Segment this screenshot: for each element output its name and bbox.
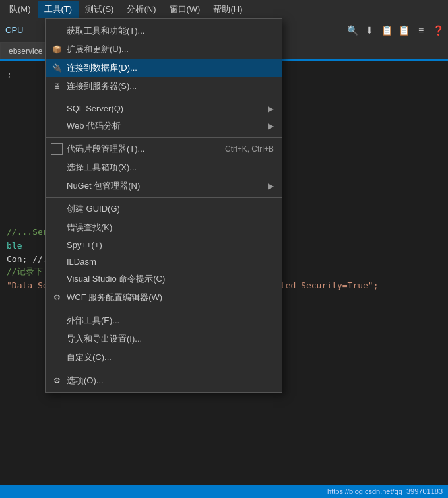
separator-5 xyxy=(46,369,282,369)
tools-dropdown-menu: 获取工具和功能(T)... 📦 扩展和更新(U)... 🔌 连接到数据库(D).… xyxy=(45,18,282,393)
menu-item-external-tools[interactable]: 外部工具(E)... xyxy=(46,311,282,330)
menu-item-extend-update[interactable]: 📦 扩展和更新(U)... xyxy=(46,40,282,59)
menu-item-nuget[interactable]: NuGet 包管理器(N) ▶ xyxy=(46,177,282,195)
separator-3 xyxy=(46,197,282,198)
menu-item-create-guid[interactable]: 创建 GUID(G) xyxy=(46,200,282,218)
web-code-arrow-icon: ▶ xyxy=(268,121,274,131)
menu-label-connect-server: 连接到服务器(S)... xyxy=(67,80,137,92)
menu-item-vs-cmd[interactable]: Visual Studio 命令提示(C) xyxy=(46,270,282,288)
menu-label-connect-db: 连接到数据库(D)... xyxy=(67,62,137,74)
menu-item-error-find[interactable]: 错误查找(K) xyxy=(46,218,282,237)
menu-item-wcf[interactable]: ⚙ WCF 服务配置编辑器(W) xyxy=(46,288,282,307)
separator-2 xyxy=(46,137,282,138)
menu-label-extend: 扩展和更新(U)... xyxy=(67,44,129,55)
menu-label-snippets: 代码片段管理器(T)... xyxy=(67,143,144,155)
menu-item-toolbox[interactable]: 选择工具箱项(X)... xyxy=(46,158,282,177)
shortcut-snippets: Ctrl+K, Ctrl+B xyxy=(225,144,274,154)
menu-item-import-export[interactable]: 导入和导出设置(I)... xyxy=(46,330,282,348)
menu-label-options: 选项(O)... xyxy=(67,375,104,387)
separator-4 xyxy=(46,309,282,309)
separator-1 xyxy=(46,98,282,98)
menu-label-toolbox: 选择工具箱项(X)... xyxy=(67,162,137,173)
menu-item-code-snippets[interactable]: 代码片段管理器(T)... Ctrl+K, Ctrl+B xyxy=(46,140,282,158)
menu-item-options[interactable]: ⚙ 选项(O)... xyxy=(46,371,282,390)
dropdown-overlay: 获取工具和功能(T)... 📦 扩展和更新(U)... 🔌 连接到数据库(D).… xyxy=(0,0,448,498)
options-icon: ⚙ xyxy=(51,375,63,387)
menu-item-connect-db[interactable]: 🔌 连接到数据库(D)... xyxy=(46,59,282,77)
menu-item-web-code[interactable]: Web 代码分析 ▶ xyxy=(46,117,282,135)
extend-icon: 📦 xyxy=(51,44,63,55)
menu-label-web-code: Web 代码分析 xyxy=(67,120,121,132)
nuget-arrow-icon: ▶ xyxy=(268,181,274,191)
menu-item-connect-server[interactable]: 🖥 连接到服务器(S)... xyxy=(46,77,282,96)
checkbox-icon xyxy=(51,143,63,155)
menu-label-nuget: NuGet 包管理器(N) xyxy=(67,180,140,192)
menu-label-error: 错误查找(K) xyxy=(67,222,112,233)
menu-label-get-tools: 获取工具和功能(T)... xyxy=(67,25,144,37)
menu-label-sql: SQL Server(Q) xyxy=(67,104,123,113)
menu-label-customize: 自定义(C)... xyxy=(67,352,112,363)
sql-arrow-icon: ▶ xyxy=(268,104,274,113)
menu-label-wcf: WCF 服务配置编辑器(W) xyxy=(67,292,162,303)
menu-item-get-tools[interactable]: 获取工具和功能(T)... xyxy=(46,22,282,40)
menu-item-sql-server[interactable]: SQL Server(Q) ▶ xyxy=(46,100,282,117)
menu-item-ildasm[interactable]: ILDasm xyxy=(46,253,282,270)
menu-label-guid: 创建 GUID(G) xyxy=(67,203,120,215)
connect-db-icon: 🔌 xyxy=(51,62,63,74)
menu-label-external: 外部工具(E)... xyxy=(67,315,119,327)
menu-item-customize[interactable]: 自定义(C)... xyxy=(46,348,282,367)
connect-server-icon: 🖥 xyxy=(51,80,63,92)
menu-label-import-export: 导入和导出设置(I)... xyxy=(67,333,142,345)
menu-item-spy[interactable]: Spy++(+) xyxy=(46,237,282,253)
wcf-icon: ⚙ xyxy=(51,292,63,303)
menu-label-spy: Spy++(+) xyxy=(67,240,102,250)
menu-label-ildasm: ILDasm xyxy=(67,257,96,266)
menu-label-vs-cmd: Visual Studio 命令提示(C) xyxy=(67,273,165,285)
